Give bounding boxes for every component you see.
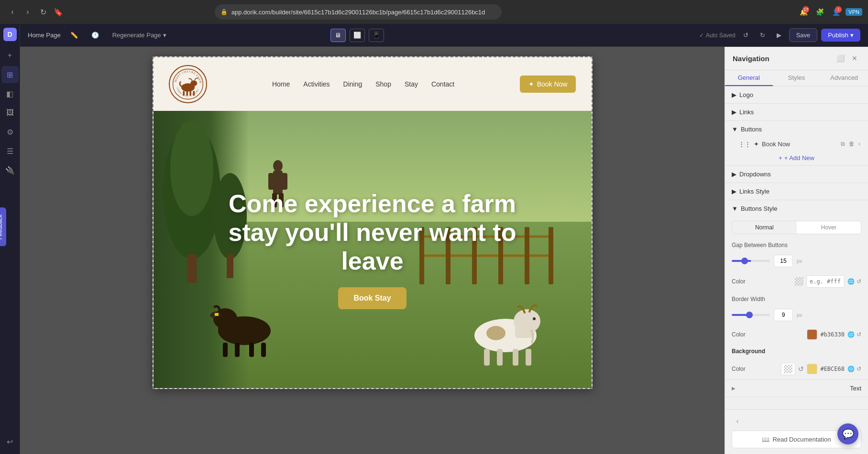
section-buttons-style-header[interactable]: ▼ Buttons Style xyxy=(725,200,868,217)
border-range-input[interactable] xyxy=(732,314,770,316)
sidebar-item-settings[interactable]: ⚙ xyxy=(1,123,19,141)
section-links-style-header[interactable]: ▶ Links Style xyxy=(725,183,868,200)
border-width-label: Border Width xyxy=(732,296,765,303)
nav-shop[interactable]: Shop xyxy=(375,80,391,88)
transparency-swatch[interactable] xyxy=(795,277,803,286)
section-logo-header[interactable]: ▶ Logo xyxy=(725,86,868,103)
regenerate-button[interactable]: Regenerate Page ▾ xyxy=(109,30,170,41)
top-bar-right: ✓ Auto Saved ↺ ↻ ▶ Save Publish ▾ xyxy=(699,28,860,42)
nav-stay[interactable]: Stay xyxy=(405,80,418,88)
style-tab-normal[interactable]: Normal xyxy=(732,221,797,234)
nav-refresh-button[interactable]: ↻ xyxy=(36,5,50,19)
nav-contact[interactable]: Contact xyxy=(431,80,454,88)
border-color-reset-button[interactable]: ↺ xyxy=(857,331,861,338)
prop-border-color: Color #b36330 🌐 ↺ xyxy=(725,325,868,344)
add-new-button[interactable]: + + Add New xyxy=(725,151,868,165)
tab-styles[interactable]: Styles xyxy=(773,70,821,86)
bg-color-label: Color xyxy=(732,366,746,372)
nav-activities[interactable]: Activities xyxy=(303,80,330,88)
section-text-header[interactable]: ▶ Text xyxy=(725,380,868,397)
sidebar-item-layers[interactable]: ◧ xyxy=(1,85,19,102)
hero-cta-button[interactable]: Book Stay xyxy=(338,287,406,309)
nav-dining[interactable]: Dining xyxy=(343,80,363,88)
button-item-move-icon: ⋮⋮ xyxy=(738,141,751,148)
panel-prev-button[interactable]: ‹ xyxy=(732,415,743,427)
button-delete-button[interactable]: 🗑 xyxy=(848,140,856,148)
svg-rect-37 xyxy=(215,313,219,316)
svg-rect-41 xyxy=(484,349,490,366)
section-buttons-title: ▼ Buttons xyxy=(732,126,762,133)
bg-color-swatch[interactable] xyxy=(807,364,817,374)
save-button[interactable]: Save xyxy=(789,28,818,42)
redo-button[interactable]: ↻ xyxy=(756,30,769,41)
publish-caret-icon: ▾ xyxy=(850,32,854,39)
page-label[interactable]: Home Page xyxy=(28,32,61,39)
svg-rect-40 xyxy=(515,321,534,338)
section-buttons-style-title: ▼ Buttons Style xyxy=(732,205,777,212)
view-mobile-button[interactable]: 📱 xyxy=(369,29,384,42)
history-button[interactable]: 🕐 xyxy=(88,30,103,41)
style-tab-hover[interactable]: Hover xyxy=(797,221,861,234)
feedback-tab[interactable]: Feedback xyxy=(0,208,6,247)
notifications-button[interactable]: 🔔 17 xyxy=(797,5,810,19)
edit-button[interactable]: ✏️ xyxy=(66,30,82,41)
undo-button[interactable]: ↺ xyxy=(739,30,752,41)
close-panel-button[interactable]: ✕ xyxy=(849,53,860,64)
minimize-panel-button[interactable]: ⬜ xyxy=(835,53,846,64)
section-dropdowns-header[interactable]: ▶ Dropdowns xyxy=(725,166,868,183)
svg-rect-31 xyxy=(218,319,235,333)
profile-button[interactable]: 👤 ! xyxy=(829,5,843,19)
section-buttons-header[interactable]: ▼ Buttons xyxy=(725,121,868,138)
address-bar[interactable]: 🔒 app.dorik.com/builder/site/6615c17b1d6… xyxy=(215,4,502,20)
sidebar-item-grid[interactable]: ⊞ xyxy=(1,66,19,83)
nav-back-button[interactable]: ‹ xyxy=(6,5,19,19)
gap-range-input[interactable] xyxy=(732,260,770,262)
section-buttons-arrow-icon: ▼ xyxy=(732,126,738,133)
view-tablet-button[interactable]: ⬜ xyxy=(350,29,365,42)
bg-transparency-button[interactable] xyxy=(781,363,795,375)
color-global-button[interactable]: 🌐 xyxy=(847,278,855,285)
sidebar-item-plugin[interactable]: 🔌 xyxy=(1,162,19,179)
book-now-button[interactable]: ✦ Book Now xyxy=(520,76,576,93)
button-copy-button[interactable]: ⧉ xyxy=(840,140,846,148)
preview-button[interactable]: ▶ xyxy=(773,30,785,41)
border-color-swatch[interactable] xyxy=(807,329,817,340)
button-expand-button[interactable]: › xyxy=(857,140,861,148)
nav-home[interactable]: Home xyxy=(272,80,290,88)
tab-advanced[interactable]: Advanced xyxy=(820,70,868,86)
border-color-global-button[interactable]: 🌐 xyxy=(847,331,855,338)
sidebar-item-data[interactable]: ☰ xyxy=(1,142,19,160)
view-desktop-button[interactable]: 🖥 xyxy=(330,29,346,42)
sidebar-item-image[interactable]: 🖼 xyxy=(1,104,19,121)
logo-svg: MONT CHEVRE FARMS FARM STAY & DAIRY xyxy=(171,67,205,101)
buttons-style-tabs: Normal Hover xyxy=(732,221,861,234)
gap-unit-label: px xyxy=(797,258,802,264)
extensions-button[interactable]: 🧩 xyxy=(813,5,826,19)
publish-button[interactable]: Publish ▾ xyxy=(821,29,860,42)
section-links-title: ▶ Links xyxy=(732,108,754,116)
app-layout: D + ⊞ ◧ 🖼 ⚙ ☰ 🔌 ↩ Home Page ✏️ 🕐 Regener… xyxy=(0,24,868,454)
border-color-value-row: #b36330 🌐 ↺ xyxy=(807,329,861,340)
svg-rect-44 xyxy=(526,349,531,366)
bg-reset-button[interactable]: ↺ xyxy=(798,365,804,373)
svg-rect-35 xyxy=(261,343,266,357)
hero-section: Come experience a farm stay you'll never… xyxy=(154,111,592,388)
chat-bubble[interactable]: 💬 xyxy=(837,423,858,444)
svg-rect-3 xyxy=(190,83,195,88)
svg-point-46 xyxy=(486,326,505,340)
section-links-header[interactable]: ▶ Links xyxy=(725,104,868,120)
border-value-input[interactable] xyxy=(774,309,793,321)
color-reset-button[interactable]: ↺ xyxy=(857,278,861,285)
nav-forward-button[interactable]: › xyxy=(21,5,34,19)
tab-general[interactable]: General xyxy=(725,70,773,86)
sidebar-item-add[interactable]: + xyxy=(1,47,19,64)
bg-color-global-button[interactable]: 🌐 xyxy=(847,366,855,372)
color-label: Color xyxy=(732,278,746,285)
gap-value-input[interactable] xyxy=(774,255,793,267)
brand-logo[interactable]: D xyxy=(3,28,17,41)
star-icon: ✦ xyxy=(528,80,534,88)
sidebar-item-history[interactable]: ↩ xyxy=(1,433,19,450)
nav-bookmark-button[interactable]: 🔖 xyxy=(52,5,65,19)
bg-color-reset-button2[interactable]: ↺ xyxy=(857,366,861,372)
color-text-input[interactable] xyxy=(806,275,845,288)
